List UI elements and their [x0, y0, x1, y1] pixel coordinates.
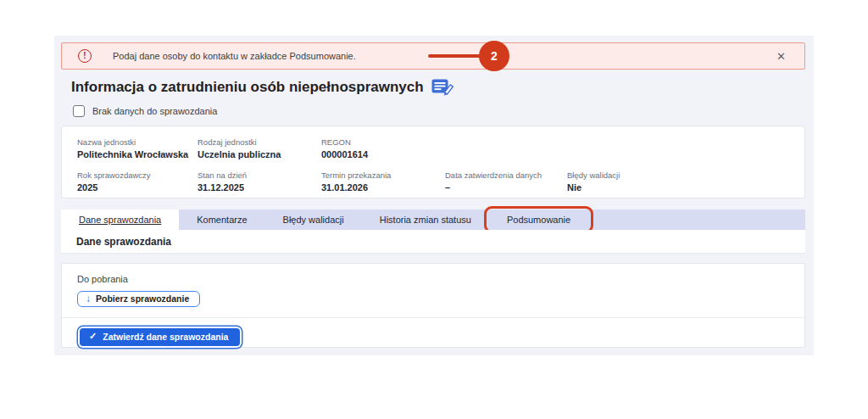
actions-card: Do pobrania ↓ Pobierz sprawozdanie ✓ Zat…: [61, 263, 805, 348]
document-edit-icon[interactable]: [431, 78, 453, 97]
info-field: REGON 000001614: [321, 137, 445, 159]
alert-message: Podaj dane osoby do kontaktu w zakładce …: [113, 51, 356, 61]
close-icon[interactable]: ✕: [776, 50, 786, 64]
alert-icon: !: [78, 49, 92, 63]
annotation-line: [428, 54, 482, 58]
content-panel: ! Podaj dane osoby do kontaktu w zakładc…: [54, 36, 814, 355]
divider: [62, 317, 804, 318]
tab-komentarze[interactable]: Komentarze: [179, 210, 264, 230]
checkbox-label: Brak danych do sprawozdania: [92, 106, 217, 116]
info-field: Data zatwierdzenia danych –: [445, 170, 567, 193]
report-info-card: Nazwa jednostki Politechnika Wrocławska …: [61, 126, 805, 198]
check-icon: ✓: [89, 332, 97, 341]
tab-podsumowanie[interactable]: Podsumowanie: [489, 210, 588, 230]
info-field: Rok sprawozdawczy 2025: [77, 170, 198, 193]
checkbox-box[interactable]: [73, 105, 85, 117]
section-header: Dane sprawozdania: [61, 230, 805, 254]
info-field: Termin przekazania 31.01.2026: [321, 170, 445, 193]
tab-bledy-walidacji[interactable]: Błędy walidacji: [265, 210, 362, 230]
download-icon: ↓: [86, 293, 91, 304]
info-field: Błędy walidacji Nie: [567, 170, 789, 193]
download-button-label: Pobierz sprawozdanie: [96, 293, 189, 304]
download-report-button[interactable]: ↓ Pobierz sprawozdanie: [77, 291, 200, 307]
confirm-button-label: Zatwierdź dane sprawozdania: [103, 332, 228, 342]
page-title: Informacja o zatrudnieniu osób niepełnos…: [71, 79, 424, 96]
annotation-step-badge: 2: [479, 41, 509, 71]
section-title: Dane sprawozdania: [61, 230, 805, 254]
no-data-checkbox[interactable]: Brak danych do sprawozdania: [73, 105, 217, 117]
info-row: Rok sprawozdawczy 2025 Stan na dzień 31.…: [77, 170, 789, 193]
confirm-report-button[interactable]: ✓ Zatwierdź dane sprawozdania: [80, 328, 240, 346]
download-section-label: Do pobrania: [77, 274, 789, 284]
page: ! Podaj dane osoby do kontaktu w zakładc…: [0, 0, 868, 419]
tab-dane-sprawozdania[interactable]: Dane sprawozdania: [61, 210, 179, 230]
info-field: Nazwa jednostki Politechnika Wrocławska: [77, 137, 198, 159]
title-row: Informacja o zatrudnieniu osób niepełnos…: [71, 78, 453, 97]
info-field: Rodzaj jednostki Uczelnia publiczna: [198, 137, 321, 159]
info-row: Nazwa jednostki Politechnika Wrocławska …: [77, 137, 789, 159]
info-field: Stan na dzień 31.12.2025: [198, 170, 321, 193]
tab-historia-zmian-statusu[interactable]: Historia zmian statusu: [362, 210, 489, 230]
tab-bar: Dane sprawozdania Komentarze Błędy walid…: [61, 210, 805, 230]
